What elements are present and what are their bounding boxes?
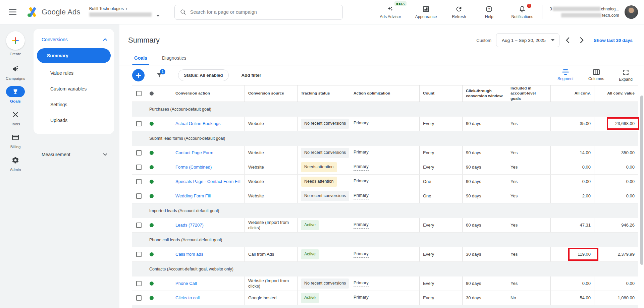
next-group-strip xyxy=(132,305,638,308)
action-optimization-value[interactable]: Primary xyxy=(354,178,369,185)
avatar[interactable] xyxy=(625,5,638,19)
col-conversion-action[interactable]: Conversion action xyxy=(158,85,245,102)
row-checkbox[interactable] xyxy=(132,175,146,189)
status-dot xyxy=(146,218,158,232)
row-checkbox[interactable] xyxy=(132,218,146,232)
create-button[interactable]: Create xyxy=(6,31,25,56)
rail-item-campaigns[interactable]: Campaigns xyxy=(6,63,25,80)
measurement-section-toggle[interactable]: Measurement xyxy=(34,149,114,160)
subnav-item-uploads[interactable]: Uploads xyxy=(37,112,111,128)
redacted-account-id xyxy=(553,7,600,11)
conversion-source-cell: Website xyxy=(245,160,297,174)
columns-button[interactable]: Columns xyxy=(588,69,604,81)
expand-button[interactable]: Expand xyxy=(619,69,633,82)
filter-button[interactable]: 1 xyxy=(155,71,164,80)
appearance-button[interactable]: Appearance xyxy=(415,5,437,19)
row-checkbox[interactable] xyxy=(132,117,146,131)
row-checkbox[interactable] xyxy=(132,291,146,305)
global-search[interactable] xyxy=(174,5,343,20)
notifications-label: Notifications xyxy=(511,14,533,19)
all-conv-value-cell: 946.26 xyxy=(594,218,638,232)
conversion-action-link[interactable]: Phone Call xyxy=(175,281,197,286)
conversion-action-link[interactable]: Wedding Form Fill xyxy=(175,193,211,199)
col-all-conv-value[interactable]: All conv. value xyxy=(594,85,638,102)
tab-diagnostics[interactable]: Diagnostics xyxy=(156,52,192,65)
action-optimization-value[interactable]: Primary xyxy=(354,193,369,199)
included-in-goals-cell: Yes xyxy=(507,117,550,131)
col-all-conv[interactable]: All conv. xyxy=(550,85,594,102)
show-last-30-days-link[interactable]: Show last 30 days xyxy=(594,38,633,43)
conversion-action-link[interactable]: Specials Page - Contact Form Fill xyxy=(175,179,240,184)
conversion-action-link[interactable]: Actual Online Bookings xyxy=(175,121,220,126)
next-period-button[interactable] xyxy=(576,35,588,46)
col-included-in-goals[interactable]: Included in account-level goals xyxy=(507,85,550,102)
action-optimization-value[interactable]: Primary xyxy=(354,251,369,257)
action-optimization-value[interactable]: Primary xyxy=(354,222,369,228)
date-range-picker[interactable]: Aug 1 – Sep 30, 2025 xyxy=(496,33,559,47)
previous-period-button[interactable] xyxy=(562,35,574,46)
col-count[interactable]: Count xyxy=(419,85,462,102)
row-checkbox[interactable] xyxy=(132,160,146,174)
conversion-window-cell: 90 days xyxy=(462,189,507,203)
all-conv-cell: 14.00 xyxy=(550,146,594,160)
conversion-action-link[interactable]: Forms (Combined) xyxy=(175,165,212,170)
ads-advisor-label: Ads Advisor xyxy=(380,14,401,19)
vertical-scrollbar[interactable] xyxy=(640,96,643,265)
col-action-optimization[interactable]: Action optimization xyxy=(350,85,419,102)
tab-goals[interactable]: Goals xyxy=(128,52,153,65)
status-filter-chip[interactable]: Status: All enabled xyxy=(178,69,229,81)
select-all-checkbox[interactable] xyxy=(132,85,146,102)
ads-advisor-button[interactable]: BETA Ads Advisor xyxy=(380,5,401,19)
row-checkbox[interactable] xyxy=(132,146,146,160)
action-optimization-value[interactable]: Primary xyxy=(354,280,369,287)
conversion-action-link[interactable]: Contact Page Form xyxy=(175,150,213,156)
all-conv-value-cell: 0.00 xyxy=(594,160,638,174)
row-checkbox[interactable] xyxy=(132,247,146,261)
add-conversion-button[interactable] xyxy=(132,69,145,81)
tab-bar: Goals Diagnostics xyxy=(119,52,644,65)
conversion-action-link[interactable]: Calls from ads xyxy=(175,252,203,257)
conversion-window-cell: 30 days xyxy=(462,247,507,261)
add-filter-button[interactable]: Add filter xyxy=(241,73,261,78)
subnav-item-value-rules[interactable]: Value rules xyxy=(37,65,111,81)
action-optimization-value[interactable]: Primary xyxy=(354,149,369,156)
conversions-section-toggle[interactable]: Conversions xyxy=(34,34,114,46)
account-info[interactable]: 3 chnolog... tech.com xyxy=(550,7,619,18)
rail-item-goals[interactable]: Goals xyxy=(6,86,25,103)
credit-card-icon xyxy=(11,133,19,141)
conversion-action-link[interactable]: Leads (77207) xyxy=(175,223,204,228)
subnav-item-custom-variables[interactable]: Custom variables xyxy=(37,81,111,97)
count-cell: Every xyxy=(419,160,462,174)
google-ads-logo[interactable]: Google Ads xyxy=(27,7,80,17)
rail-item-tools[interactable]: Tools xyxy=(6,109,25,126)
rail-item-admin[interactable]: Admin xyxy=(6,155,25,172)
help-button[interactable]: ? Help xyxy=(481,5,497,19)
segment-button[interactable]: Segment xyxy=(557,69,574,81)
col-click-through-window[interactable]: Click-through conversion window xyxy=(462,85,507,102)
col-conversion-source[interactable]: Conversion source xyxy=(245,85,297,102)
row-checkbox[interactable] xyxy=(132,189,146,203)
count-cell: Every xyxy=(419,218,462,232)
action-optimization-value[interactable]: Primary xyxy=(354,295,369,301)
account-breadcrumb[interactable]: Bofill Technologies › xyxy=(89,6,160,18)
segment-icon xyxy=(562,69,569,75)
action-optimization-value[interactable]: Primary xyxy=(354,164,369,170)
conversion-row: Specials Page - Contact Form FillWebsite… xyxy=(132,175,638,189)
col-tracking-status[interactable]: Tracking status xyxy=(297,85,350,102)
status-dot xyxy=(146,117,158,131)
megaphone-icon xyxy=(11,65,19,73)
notifications-button[interactable]: ! Notifications xyxy=(511,5,533,19)
search-input[interactable] xyxy=(190,9,337,15)
all-conv-value-cell: 0.00 xyxy=(594,276,638,291)
row-checkbox[interactable] xyxy=(132,276,146,291)
conversion-action-link[interactable]: Clicks to call xyxy=(175,295,200,301)
subnav-uploads-label: Uploads xyxy=(50,118,67,123)
main-menu-button[interactable] xyxy=(6,5,19,19)
subnav-item-summary[interactable]: Summary xyxy=(37,48,111,63)
subnav-item-settings[interactable]: Settings xyxy=(37,97,111,112)
rail-item-billing[interactable]: Billing xyxy=(6,132,25,149)
action-optimization-value[interactable]: Primary xyxy=(354,120,369,127)
table-toolbar: 1 Status: All enabled Add filter Segment… xyxy=(119,65,644,85)
refresh-button[interactable]: Refresh xyxy=(451,5,467,19)
navigation-rail: Create Campaigns Goals xyxy=(0,24,31,308)
